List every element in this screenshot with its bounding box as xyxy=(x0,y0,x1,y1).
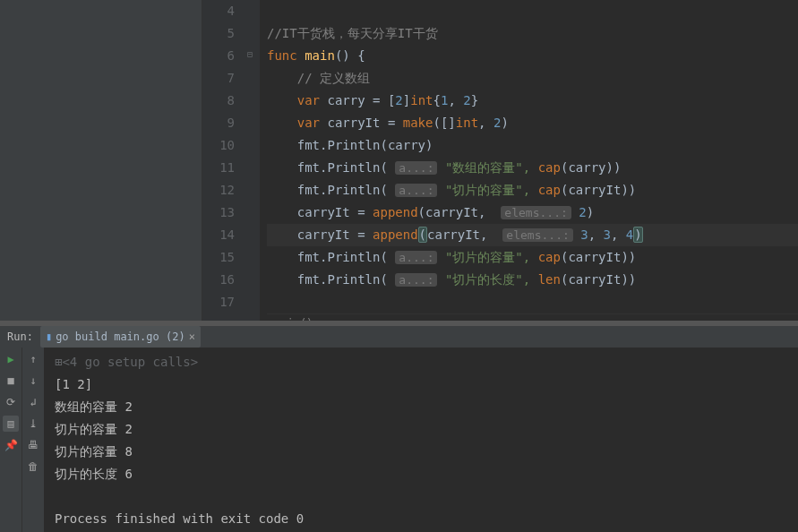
param-hint: a...: xyxy=(395,273,437,287)
console-line: 切片的长度 6 xyxy=(55,463,787,485)
console-line: Process finished with exit code 0 xyxy=(55,508,787,530)
line-number: 10 xyxy=(202,134,235,157)
setup-calls-fold[interactable]: ⊞<4 go setup calls> xyxy=(55,351,787,373)
line-number: 12 xyxy=(202,179,235,202)
rerun-button[interactable]: ▶ xyxy=(3,351,19,367)
fold-column: ⊟ xyxy=(245,0,260,321)
down-icon[interactable]: ↓ xyxy=(25,373,41,389)
run-tab-label: go build main.go (2) xyxy=(56,328,185,346)
run-tool-column-1: ▶ ■ ⟳ ▤ 📌 xyxy=(0,348,21,532)
restart-button[interactable]: ⟳ xyxy=(3,394,19,410)
code-line-current: carryIt = append(carryIt, elems...: 3, 3… xyxy=(267,224,798,246)
line-number: 13 xyxy=(202,202,235,224)
run-tab[interactable]: ▮ go build main.go (2) × xyxy=(40,326,201,348)
console-output[interactable]: ⊞<4 go setup calls> [1 2] 数组的容量 2 切片的容量 … xyxy=(44,348,798,532)
go-file-icon: ▮ xyxy=(46,328,52,346)
code-line: // 定义数组 xyxy=(267,67,798,90)
line-number: 7 xyxy=(202,67,235,90)
param-hint: elems...: xyxy=(502,228,572,242)
stop-button[interactable]: ■ xyxy=(3,373,19,389)
run-tab-bar: Run: ▮ go build main.go (2) × xyxy=(0,326,798,348)
code-line: fmt.Println( a...: "切片的长度", len(carryIt)… xyxy=(267,269,798,291)
breadcrumb[interactable]: main() xyxy=(267,313,798,321)
console-line: 数组的容量 2 xyxy=(55,396,787,418)
close-icon[interactable]: × xyxy=(189,328,195,346)
gutter: 4 5 6 7 8 9 10 11 12 13 14 15 16 17 xyxy=(202,0,245,321)
run-label: Run: xyxy=(0,328,40,346)
code-line: //IT干货栈，每天分享IT干货 xyxy=(267,22,798,45)
scroll-to-end-button[interactable]: ⤓ xyxy=(25,416,41,432)
clear-button[interactable]: 🗑 xyxy=(25,459,41,475)
param-hint: a...: xyxy=(395,251,437,264)
console-line: 切片的容量 2 xyxy=(55,418,787,441)
layout-button[interactable]: ▤ xyxy=(3,416,19,432)
pin-button[interactable]: 📌 xyxy=(3,437,19,453)
param-hint: a...: xyxy=(395,161,437,175)
line-number: 15 xyxy=(202,246,235,269)
code-line xyxy=(267,0,798,22)
line-number: 14 xyxy=(202,224,235,246)
code-line: func main() { xyxy=(267,45,798,67)
line-number: 4 xyxy=(202,0,235,22)
console-line xyxy=(55,485,787,508)
line-number: 17 xyxy=(202,291,235,313)
code-line: fmt.Println(carry) xyxy=(267,134,798,157)
up-icon[interactable]: ↑ xyxy=(25,351,41,367)
fold-toggle-icon[interactable]: ⊟ xyxy=(247,47,253,62)
line-number: 5 xyxy=(202,22,235,45)
line-number: 11 xyxy=(202,157,235,179)
param-hint: a...: xyxy=(395,184,437,197)
run-tool-column-2: ↑ ↓ ↲ ⤓ 🖶 🗑 xyxy=(21,348,44,532)
line-number: 16 xyxy=(202,269,235,291)
line-number: 8 xyxy=(202,90,235,112)
line-number: 9 xyxy=(202,112,235,134)
code-editor[interactable]: //IT干货栈，每天分享IT干货 func main() { // 定义数组 v… xyxy=(260,0,798,321)
soft-wrap-button[interactable]: ↲ xyxy=(25,394,41,410)
code-line: fmt.Println( a...: "数组的容量", cap(carry)) xyxy=(267,157,798,179)
console-line: [1 2] xyxy=(55,373,787,396)
print-button[interactable]: 🖶 xyxy=(25,437,41,453)
code-line: var carryIt = make([]int, 2) xyxy=(267,112,798,134)
line-number: 6 xyxy=(202,45,235,67)
code-line: var carry = [2]int{1, 2} xyxy=(267,90,798,112)
code-line: carryIt = append(carryIt, elems...: 2) xyxy=(267,202,798,224)
console-line: 切片的容量 8 xyxy=(55,441,787,463)
param-hint: elems...: xyxy=(501,206,571,219)
code-line: fmt.Println( a...: "切片的容量", cap(carryIt)… xyxy=(267,246,798,269)
project-panel xyxy=(0,0,202,321)
code-line xyxy=(267,291,798,313)
code-line: fmt.Println( a...: "切片的容量", cap(carryIt)… xyxy=(267,179,798,202)
